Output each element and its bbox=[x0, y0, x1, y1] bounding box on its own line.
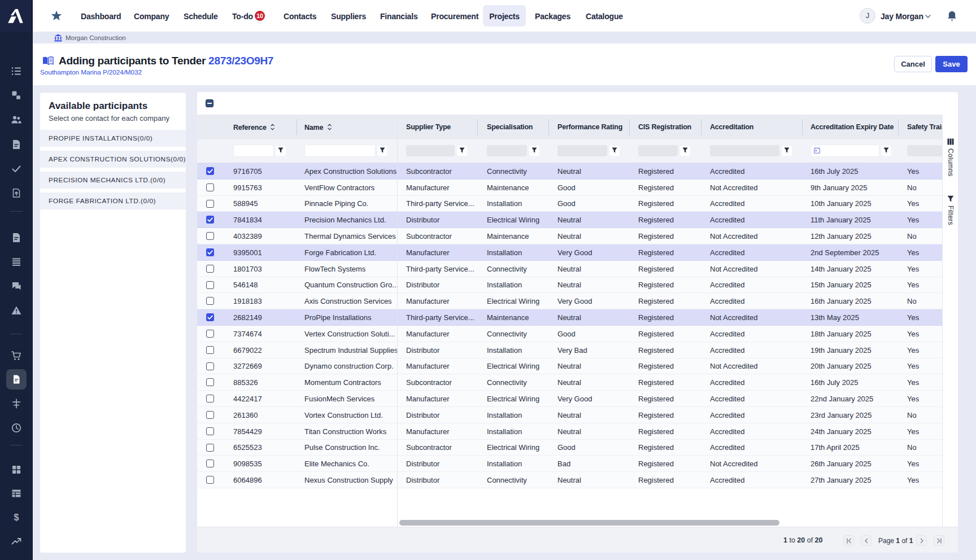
svg-text:$: $ bbox=[14, 513, 19, 522]
